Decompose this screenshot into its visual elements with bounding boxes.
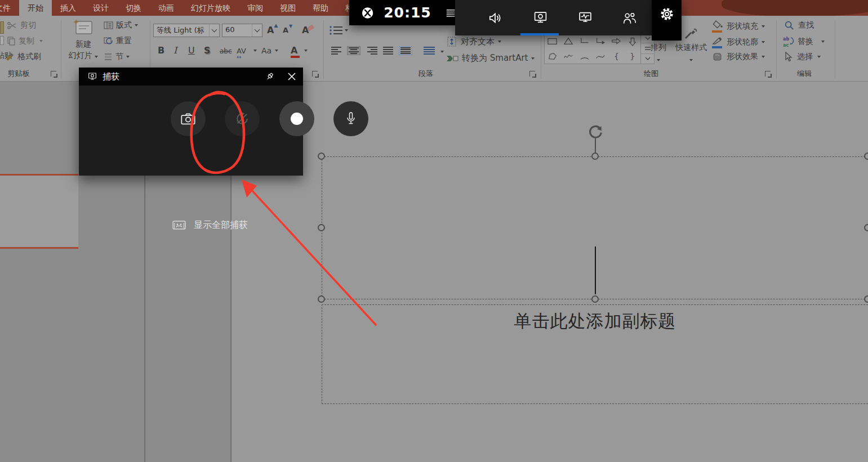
pin-icon[interactable] — [265, 71, 275, 82]
font-name-dropdown[interactable] — [209, 24, 219, 37]
columns-dropdown[interactable] — [440, 51, 444, 53]
format-painter-button[interactable]: 格式刷 — [5, 52, 41, 62]
tab-transitions[interactable]: 切换 — [117, 0, 150, 16]
select-button[interactable]: 选择 — [784, 52, 821, 62]
replace-button[interactable]: abac 替换 — [783, 36, 825, 47]
capture-widget-icon[interactable] — [533, 11, 547, 25]
reset-button[interactable]: 重置 — [104, 36, 132, 46]
shape-left-brace-icon[interactable]: { — [614, 52, 619, 61]
replace-dropdown[interactable] — [821, 41, 825, 43]
shape-fill-button[interactable]: 形状填充 — [712, 20, 765, 33]
tab-help[interactable]: 帮助 — [304, 0, 337, 16]
start-recording-button[interactable] — [279, 101, 314, 136]
shape-freeform-icon[interactable] — [546, 51, 559, 61]
shape-right-brace-icon[interactable]: } — [630, 52, 635, 61]
select-dropdown[interactable] — [817, 56, 821, 58]
font-color-dropdown[interactable] — [304, 50, 308, 52]
social-widget-icon[interactable] — [622, 11, 637, 25]
convert-smartart-dropdown[interactable] — [531, 57, 535, 60]
layout-button[interactable]: 版式 — [104, 20, 138, 30]
shape-down-arrow-icon[interactable] — [626, 36, 639, 46]
grow-font-button[interactable]: A▲ — [267, 25, 274, 35]
tab-file[interactable]: 文件 — [0, 0, 19, 16]
drawing-dialog-launcher[interactable] — [765, 71, 771, 77]
paste-icon[interactable] — [0, 21, 4, 34]
rotation-handle[interactable] — [587, 124, 603, 140]
resize-handle-top-left[interactable] — [318, 152, 325, 160]
resize-handle-top-right[interactable] — [864, 152, 868, 160]
underline-button[interactable]: U — [188, 45, 195, 56]
font-color-button[interactable]: A — [291, 45, 300, 58]
convert-smartart-button[interactable]: 转换为 SmartArt — [446, 53, 535, 64]
align-text-button[interactable]: 对齐文本 — [446, 36, 501, 47]
resize-handle-middle-left[interactable] — [318, 224, 325, 231]
xbox-logo-icon[interactable] — [362, 6, 373, 20]
performance-widget-icon[interactable] — [578, 11, 593, 25]
resize-handle-top-center[interactable] — [591, 152, 599, 160]
strikethrough-button[interactable]: abc — [220, 47, 232, 55]
tab-home[interactable]: 开始 — [19, 0, 52, 16]
paragraph-dialog-launcher[interactable] — [529, 71, 535, 77]
tab-animations[interactable]: 动画 — [150, 0, 182, 16]
bullets-button[interactable] — [329, 25, 344, 38]
shape-elbow-arrow-icon[interactable] — [594, 36, 607, 46]
new-slide-dropdown[interactable] — [95, 56, 98, 58]
tab-view[interactable]: 视图 — [271, 0, 304, 16]
tab-review[interactable]: 审阅 — [239, 0, 271, 16]
subtitle-placeholder[interactable]: 单击此处添加副标题 — [322, 304, 868, 404]
screenshot-button[interactable] — [171, 101, 206, 136]
clear-formatting-button[interactable]: A — [302, 25, 309, 35]
align-center-button[interactable] — [347, 46, 360, 55]
text-shadow-button[interactable]: S — [204, 45, 211, 56]
shape-right-arrow-icon[interactable] — [610, 36, 622, 46]
find-button[interactable]: 查找 — [784, 20, 814, 30]
microphone-button[interactable] — [333, 101, 368, 136]
gear-icon[interactable] — [659, 6, 675, 22]
columns-button[interactable] — [422, 46, 436, 55]
audio-widget-icon[interactable] — [488, 11, 502, 25]
resize-handle-bottom-center[interactable] — [591, 295, 599, 303]
show-all-captures-button[interactable]: 显示全部捕获 — [172, 219, 248, 231]
section-button[interactable]: 节 — [104, 52, 130, 62]
tab-design[interactable]: 设计 — [84, 0, 117, 16]
align-text-dropdown[interactable] — [498, 41, 501, 43]
shrink-font-button[interactable]: A▼ — [283, 26, 288, 34]
shape-scribble-icon[interactable] — [562, 51, 575, 61]
record-last-30s-button[interactable] — [225, 101, 260, 136]
font-dialog-launcher[interactable] — [312, 71, 318, 77]
font-size-combo[interactable]: 60 — [222, 24, 262, 37]
shape-curve-icon[interactable] — [594, 51, 607, 61]
italic-button[interactable]: I — [173, 45, 177, 56]
new-slide-button[interactable]: 新建 幻灯片 — [66, 19, 100, 61]
change-case-button[interactable]: Aa — [261, 46, 271, 55]
tab-insert[interactable]: 插入 — [52, 0, 84, 16]
copy-dropdown[interactable] — [39, 40, 43, 42]
slide-canvas[interactable]: 单击此处添加副标题 — [232, 82, 868, 462]
cut-button[interactable]: 剪切 — [7, 20, 36, 30]
section-dropdown[interactable] — [126, 56, 130, 58]
resize-handle-bottom-left[interactable] — [318, 295, 325, 303]
bold-button[interactable]: B — [158, 45, 164, 56]
layout-dropdown[interactable] — [135, 24, 138, 26]
tab-slideshow[interactable]: 幻灯片放映 — [182, 0, 239, 16]
font-name-combo[interactable]: 等线 Light (标 — [153, 24, 220, 37]
shape-arc-icon[interactable] — [578, 51, 591, 61]
close-icon[interactable] — [287, 72, 296, 81]
justify-button[interactable] — [382, 46, 395, 55]
distribute-button[interactable] — [399, 46, 412, 55]
char-spacing-button[interactable]: AV ↔ — [237, 45, 246, 60]
shape-elbow-connector-icon[interactable] — [578, 36, 591, 46]
align-left-button[interactable] — [330, 46, 344, 55]
resize-handle-bottom-right[interactable] — [864, 295, 868, 303]
slide-thumbnail-1[interactable] — [0, 174, 78, 249]
shape-fill-dropdown[interactable] — [762, 25, 765, 28]
shape-outline-dropdown[interactable] — [762, 41, 765, 43]
clipboard-dialog-launcher[interactable] — [51, 71, 56, 77]
arrange-button[interactable]: 排列 — [646, 43, 671, 64]
shape-effects-button[interactable]: 形状效果 — [712, 52, 765, 62]
capture-widget-titlebar[interactable]: 捕获 — [79, 68, 303, 86]
shapes-gallery[interactable]: { } — [544, 33, 641, 64]
shape-outline-button[interactable]: 形状轮廓 — [712, 36, 765, 48]
gamebar-menu-icon[interactable] — [446, 8, 455, 18]
shape-triangle-icon[interactable] — [562, 36, 575, 46]
